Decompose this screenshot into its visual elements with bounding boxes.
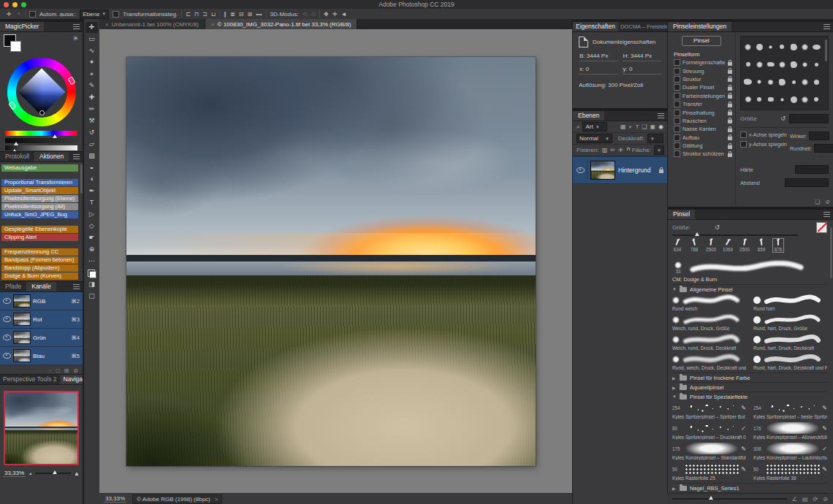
chevron-down-icon[interactable]: ▼: [672, 394, 677, 399]
dodge-tool[interactable]: ◖: [85, 174, 98, 185]
brush-option-row[interactable]: Dualer Pinsel: [668, 83, 735, 91]
pen-tool[interactable]: ✒: [85, 186, 98, 196]
screen-mode-icon[interactable]: ▢: [85, 291, 98, 302]
channel-row-blau[interactable]: Blau ⌘5: [0, 347, 83, 365]
brush-option-row[interactable]: Struktur: [668, 75, 735, 83]
fill-dropdown[interactable]: ▼: [654, 145, 664, 155]
color-cursor[interactable]: [39, 110, 45, 115]
lock-transparency-icon[interactable]: ▨: [602, 147, 608, 153]
lock-icon[interactable]: [728, 145, 732, 149]
close-tab-icon[interactable]: ×: [105, 21, 109, 28]
action-item[interactable]: Pixelmüllentsorgung (Ebene): [1, 195, 78, 202]
delete-channel-icon[interactable]: ⊘: [73, 367, 78, 374]
lock-icon[interactable]: [728, 112, 732, 115]
action-item[interactable]: Unfuck_SmO_JPEG_Bug: [1, 211, 78, 218]
flip-x-option[interactable]: x-Achse spiegeln: [740, 131, 786, 138]
zoom-tool[interactable]: ⊕: [85, 244, 98, 255]
quick-select-tool[interactable]: ✦: [85, 57, 98, 68]
saturation-slider[interactable]: [5, 138, 77, 143]
tab-navigator[interactable]: Navigator: [60, 375, 83, 384]
clone-stamp-tool[interactable]: ⚒: [85, 115, 98, 126]
delete-brush-icon[interactable]: ⊘: [825, 199, 830, 205]
panel-menu-icon[interactable]: [73, 154, 80, 159]
angle-icon[interactable]: ∠: [792, 496, 797, 503]
align-left-icon[interactable]: ⊏: [186, 11, 191, 18]
layer-row-hintergrund[interactable]: Hintergrund: [573, 156, 667, 184]
align-center-h-icon[interactable]: ⊓: [194, 11, 199, 18]
brush-item[interactable]: 80✓Kyles Spritzerpinsel – Druckkraft 02: [672, 421, 746, 442]
scrollbar[interactable]: [80, 164, 83, 194]
marquee-tool[interactable]: ▭: [85, 34, 98, 45]
align-top-icon[interactable]: ⊔: [211, 11, 216, 18]
brush-item[interactable]: 254✎Kyles Spritzerpinsel – beste Spritze…: [753, 401, 827, 421]
brush-item[interactable]: Rund, weich, Druck, Deckkraft und Fluss: [672, 353, 746, 373]
brush-option-row[interactable]: Streuung: [668, 66, 735, 75]
lock-icon[interactable]: [728, 104, 732, 107]
tab-kanaele[interactable]: Kanäle: [26, 282, 56, 291]
close-tab-icon[interactable]: ×: [211, 21, 215, 28]
hue-slider[interactable]: [5, 131, 77, 136]
brush-item[interactable]: Rund weich: [672, 294, 746, 313]
more-options-icon[interactable]: •••: [256, 11, 262, 18]
brush-item[interactable]: Rund, hart, Druck, Deckkraft: [753, 333, 827, 353]
channel-row-gruen[interactable]: Grün ⌘4: [0, 329, 83, 347]
distribute-horizontal-icon[interactable]: ≣: [230, 11, 235, 18]
distribute-vertical-icon[interactable]: ∥: [224, 11, 227, 18]
panel-menu-icon[interactable]: [73, 24, 80, 29]
brush-option-row[interactable]: Formeigenschaften: [668, 58, 735, 66]
foreground-background-swatches[interactable]: [4, 34, 21, 52]
document-tab-active[interactable]: × © 100830_IMG_3032-Pano-1.tif bei 33,3%…: [205, 19, 358, 29]
brush-item[interactable]: 254✎Kyles Spritzerpinsel – Spritzer Bot …: [672, 401, 746, 421]
recent-brush-selected[interactable]: 876: [773, 239, 783, 252]
no-color-icon[interactable]: [816, 222, 827, 233]
action-item[interactable]: Proportional Transformieren: [1, 179, 78, 186]
zoom-in-mountain-icon[interactable]: ▲: [74, 470, 80, 477]
lock-icon[interactable]: [728, 95, 732, 99]
brush-option-row[interactable]: Glättung: [668, 142, 735, 150]
brush-size-slider[interactable]: [672, 234, 798, 236]
gradient-tool[interactable]: ▨: [85, 150, 98, 161]
canvas-background[interactable]: [99, 29, 572, 494]
action-item[interactable]: Dodge & Burn (Kurven): [1, 272, 78, 280]
filter-shape-icon[interactable]: ❏: [642, 123, 647, 130]
recent-brush[interactable]: 788: [689, 239, 699, 252]
scrollbar[interactable]: [825, 39, 827, 61]
document-tab-inactive[interactable]: × Unbenannt-1 bei 100% (CMYK/8): [99, 19, 205, 29]
history-brush-tool[interactable]: ↺: [85, 127, 98, 138]
load-selection-icon[interactable]: ◌: [48, 367, 52, 374]
new-group-folder-icon[interactable]: ▤: [802, 496, 808, 503]
layer-filter-dropdown[interactable]: Art▼: [582, 122, 607, 131]
brush-tool[interactable]: ✏: [85, 104, 98, 115]
distribute-spacing-icon[interactable]: ⊟: [239, 11, 244, 18]
brush-item[interactable]: 308✓Kyles Konzeptpinsel – Laubmischung 2: [753, 442, 827, 462]
brush-group-trockene-farbe[interactable]: ▶ Pinsel für trockene Farbe: [672, 373, 827, 382]
layer-visibility-eye-icon[interactable]: [577, 167, 585, 173]
channel-row-rot[interactable]: Rot ⌘3: [0, 310, 83, 329]
scrollbar[interactable]: [830, 227, 832, 278]
brush-item[interactable]: Rund, hart, Druck, Deckkraft und Fluss: [753, 353, 827, 373]
action-item[interactable]: Bandpass (Formen betonen): [1, 256, 78, 264]
lasso-tool[interactable]: ∿: [85, 45, 98, 56]
visibility-eye-icon[interactable]: [3, 298, 11, 304]
panel-menu-icon[interactable]: [824, 24, 830, 29]
brush-item[interactable]: Weich, rund, Druck, Deckkraft: [672, 333, 746, 353]
blur-tool[interactable]: ◒: [85, 162, 98, 173]
auto-select-checkbox[interactable]: [29, 11, 36, 18]
action-item[interactable]: Bandstopp (Abpudern): [1, 264, 78, 272]
tab-ebenen[interactable]: Ebenen: [573, 111, 604, 121]
document-image[interactable]: [126, 57, 536, 466]
flip-y-option[interactable]: y-Achse spiegeln: [740, 141, 786, 148]
new-channel-icon[interactable]: ⊞: [64, 367, 69, 374]
recent-brush[interactable]: 634: [672, 239, 682, 252]
path-select-tool[interactable]: ▷: [85, 209, 98, 220]
size-value-field[interactable]: [789, 114, 829, 123]
recent-brush[interactable]: 2500: [706, 239, 716, 252]
chevron-down-icon[interactable]: ▼: [672, 287, 677, 291]
filter-toggle-icon[interactable]: ◉: [658, 123, 663, 130]
shape-tool[interactable]: ◇: [85, 221, 98, 232]
refresh-icon[interactable]: ⟳: [813, 496, 818, 503]
chevron-right-icon[interactable]: ▶: [672, 486, 677, 491]
brush-item[interactable]: Rund hart: [753, 294, 827, 313]
visibility-eye-icon[interactable]: [3, 316, 11, 322]
visibility-eye-icon[interactable]: [3, 335, 11, 340]
